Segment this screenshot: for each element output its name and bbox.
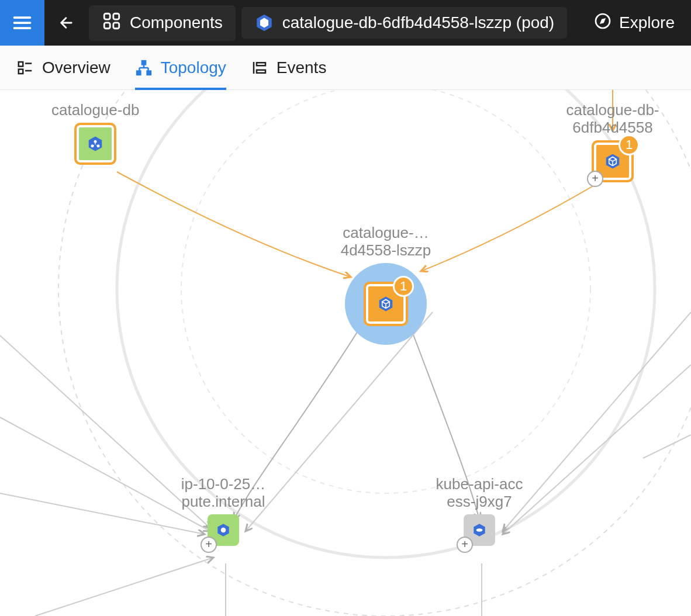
expand-plus-button[interactable]: + [201,537,217,553]
node-label: catalogue-db- 6dfb4d4558 [560,102,665,137]
node-tile: + [464,514,495,546]
svg-rect-12 [136,71,141,75]
node-volume[interactable]: kube-api-acc ess-j9xg7 + [421,476,538,546]
service-hexagon-icon [87,135,104,153]
svg-line-24 [35,558,213,616]
compass-icon [593,12,612,34]
tab-topology[interactable]: Topology [135,46,226,89]
tab-topology-label: Topology [161,58,226,77]
volume-hexagon-icon [472,522,487,538]
svg-rect-9 [19,69,23,74]
expand-plus-button[interactable]: + [457,537,473,553]
svg-line-28 [643,435,691,458]
svg-point-38 [221,527,226,532]
overview-icon [16,59,34,77]
topology-icon [135,59,153,77]
breadcrumb-pod-label: catalogue-db-6dfb4d4558-lszzp (pod) [282,13,554,32]
selection-halo: 1 [345,263,427,345]
expand-plus-button[interactable]: + [587,171,603,187]
svg-rect-2 [104,22,110,28]
node-label: ip-10-0-25… pute.internal [165,476,282,511]
tab-row: Overview Topology Events [0,46,691,90]
hamburger-menu-button[interactable] [0,0,44,46]
svg-point-32 [94,140,97,143]
svg-point-40 [476,528,483,531]
pod-hexagon-icon [254,13,274,33]
svg-rect-7 [19,62,23,67]
cube-hexagon-icon [604,153,621,170]
node-tile: 1 [364,282,408,326]
events-icon [251,59,268,77]
svg-rect-13 [147,71,151,75]
breadcrumb-pod[interactable]: catalogue-db-6dfb4d4558-lszzp (pod) [241,7,567,39]
node-tile [74,123,116,165]
count-badge: 1 [393,276,414,297]
count-badge: 1 [619,134,640,155]
explore-button[interactable]: Explore [593,12,691,34]
arrow-left-icon [58,15,75,31]
tab-overview[interactable]: Overview [16,46,110,89]
tab-events-label: Events [277,58,327,77]
svg-rect-3 [113,22,119,28]
svg-rect-16 [257,70,265,72]
explore-label: Explore [619,13,675,32]
tab-overview-label: Overview [42,58,110,77]
hamburger-icon [12,12,33,33]
back-button[interactable] [44,15,89,31]
node-catalogue-db-service[interactable]: catalogue-db [51,102,139,165]
topology-canvas[interactable]: catalogue-db catalogue-db- 6dfb4d4558 1 … [0,90,691,616]
node-label: kube-api-acc ess-j9xg7 [421,476,538,511]
node-label: catalogue-db [51,102,139,119]
breadcrumb-components[interactable]: Components [89,5,236,41]
svg-rect-15 [257,63,265,65]
node-host[interactable]: ip-10-0-25… pute.internal + [165,476,282,546]
tab-events[interactable]: Events [251,46,327,89]
cube-hexagon-icon [377,295,395,313]
node-tile: 1 + [592,140,634,182]
node-tile: + [208,514,239,546]
components-icon [102,11,122,35]
node-hexagon-icon [216,522,231,538]
svg-rect-1 [113,13,119,19]
node-catalogue-db-replicaset[interactable]: catalogue-db- 6dfb4d4558 1 + [560,102,665,182]
node-catalogue-db-pod[interactable]: catalogue-… 4d4558-lszzp 1 [327,224,444,345]
node-label: catalogue-… 4d4558-lszzp [327,224,444,259]
svg-rect-0 [104,13,110,19]
topbar: Components catalogue-db-6dfb4d4558-lszzp… [0,0,691,46]
svg-rect-11 [141,60,146,65]
breadcrumb-components-label: Components [130,13,223,32]
